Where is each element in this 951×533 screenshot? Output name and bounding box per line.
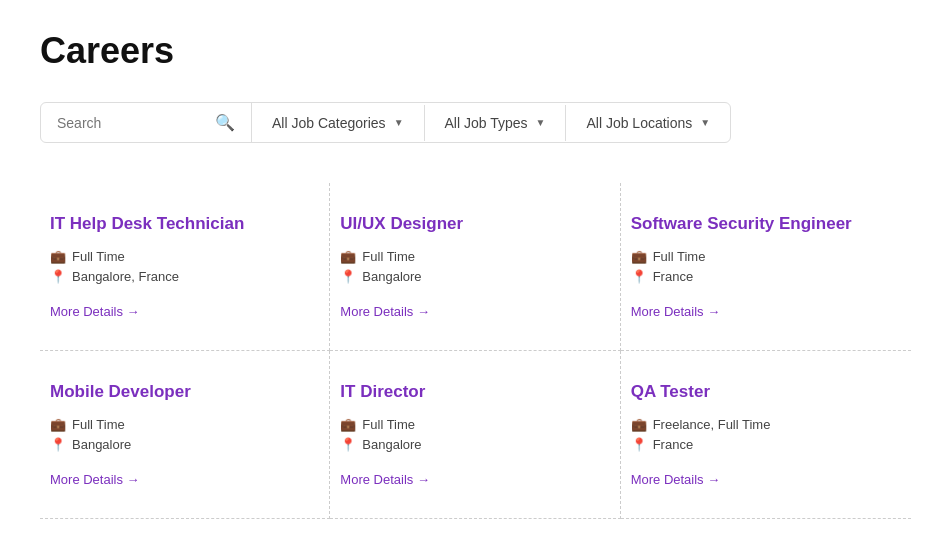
- job-title: IT Help Desk Technician: [50, 213, 299, 235]
- job-type: Full Time: [72, 249, 125, 264]
- job-location-item: 📍 France: [631, 269, 881, 284]
- job-location: France: [653, 437, 693, 452]
- job-location: France: [653, 269, 693, 284]
- job-types-dropdown[interactable]: All Job Types ▼: [425, 105, 567, 141]
- job-type-item: 💼 Full Time: [340, 249, 589, 264]
- location-icon: 📍: [50, 269, 66, 284]
- job-title: Mobile Developer: [50, 381, 299, 403]
- job-meta: 💼 Full Time 📍 Bangalore, France: [50, 249, 299, 284]
- job-type-item: 💼 Freelance, Full Time: [631, 417, 881, 432]
- job-type-item: 💼 Full Time: [340, 417, 589, 432]
- job-card: Mobile Developer 💼 Full Time 📍 Bangalore…: [40, 351, 330, 519]
- briefcase-icon: 💼: [631, 417, 647, 432]
- job-type-item: 💼 Full Time: [50, 417, 299, 432]
- more-details-link[interactable]: More Details →: [50, 472, 140, 487]
- job-location-item: 📍 France: [631, 437, 881, 452]
- briefcase-icon: 💼: [340, 249, 356, 264]
- briefcase-icon: 💼: [340, 417, 356, 432]
- briefcase-icon: 💼: [631, 249, 647, 264]
- chevron-down-icon: ▼: [536, 117, 546, 128]
- job-type: Full Time: [362, 249, 415, 264]
- briefcase-icon: 💼: [50, 249, 66, 264]
- job-title: IT Director: [340, 381, 589, 403]
- filters-bar: 🔍 All Job Categories ▼ All Job Types ▼ A…: [40, 102, 731, 143]
- more-details-link[interactable]: More Details →: [631, 472, 721, 487]
- job-card: UI/UX Designer 💼 Full Time 📍 Bangalore M…: [330, 183, 620, 351]
- job-meta: 💼 Full Time 📍 Bangalore: [340, 249, 589, 284]
- job-type: Full Time: [72, 417, 125, 432]
- job-location: Bangalore: [72, 437, 131, 452]
- job-card: QA Tester 💼 Freelance, Full Time 📍 Franc…: [621, 351, 911, 519]
- location-icon: 📍: [340, 437, 356, 452]
- location-icon: 📍: [50, 437, 66, 452]
- job-meta: 💼 Freelance, Full Time 📍 France: [631, 417, 881, 452]
- job-title: UI/UX Designer: [340, 213, 589, 235]
- job-location: Bangalore: [362, 437, 421, 452]
- page-title: Careers: [40, 30, 911, 72]
- search-container[interactable]: 🔍: [41, 103, 252, 142]
- location-icon: 📍: [340, 269, 356, 284]
- job-title: QA Tester: [631, 381, 881, 403]
- location-icon: 📍: [631, 269, 647, 284]
- job-locations-dropdown[interactable]: All Job Locations ▼: [566, 105, 730, 141]
- more-details-link[interactable]: More Details →: [50, 304, 140, 319]
- job-type: Full Time: [362, 417, 415, 432]
- job-locations-label: All Job Locations: [586, 115, 692, 131]
- more-details-link[interactable]: More Details →: [340, 304, 430, 319]
- job-categories-label: All Job Categories: [272, 115, 386, 131]
- job-meta: 💼 Full Time 📍 Bangalore: [50, 417, 299, 452]
- job-type: Full Time: [653, 249, 706, 264]
- jobs-grid: IT Help Desk Technician 💼 Full Time 📍 Ba…: [40, 183, 911, 519]
- briefcase-icon: 💼: [50, 417, 66, 432]
- job-categories-dropdown[interactable]: All Job Categories ▼: [252, 105, 425, 141]
- job-location-item: 📍 Bangalore: [340, 437, 589, 452]
- more-details-link[interactable]: More Details →: [631, 304, 721, 319]
- job-card: IT Help Desk Technician 💼 Full Time 📍 Ba…: [40, 183, 330, 351]
- job-title: Software Security Engineer: [631, 213, 881, 235]
- job-card: Software Security Engineer 💼 Full Time 📍…: [621, 183, 911, 351]
- chevron-down-icon: ▼: [700, 117, 710, 128]
- job-card: IT Director 💼 Full Time 📍 Bangalore More…: [330, 351, 620, 519]
- search-icon: 🔍: [215, 113, 235, 132]
- job-type: Freelance, Full Time: [653, 417, 771, 432]
- search-input[interactable]: [57, 115, 207, 131]
- job-type-item: 💼 Full Time: [631, 249, 881, 264]
- more-details-link[interactable]: More Details →: [340, 472, 430, 487]
- job-types-label: All Job Types: [445, 115, 528, 131]
- location-icon: 📍: [631, 437, 647, 452]
- job-location: Bangalore: [362, 269, 421, 284]
- job-location: Bangalore, France: [72, 269, 179, 284]
- job-meta: 💼 Full Time 📍 Bangalore: [340, 417, 589, 452]
- job-type-item: 💼 Full Time: [50, 249, 299, 264]
- job-location-item: 📍 Bangalore: [340, 269, 589, 284]
- job-location-item: 📍 Bangalore: [50, 437, 299, 452]
- job-meta: 💼 Full Time 📍 France: [631, 249, 881, 284]
- job-location-item: 📍 Bangalore, France: [50, 269, 299, 284]
- chevron-down-icon: ▼: [394, 117, 404, 128]
